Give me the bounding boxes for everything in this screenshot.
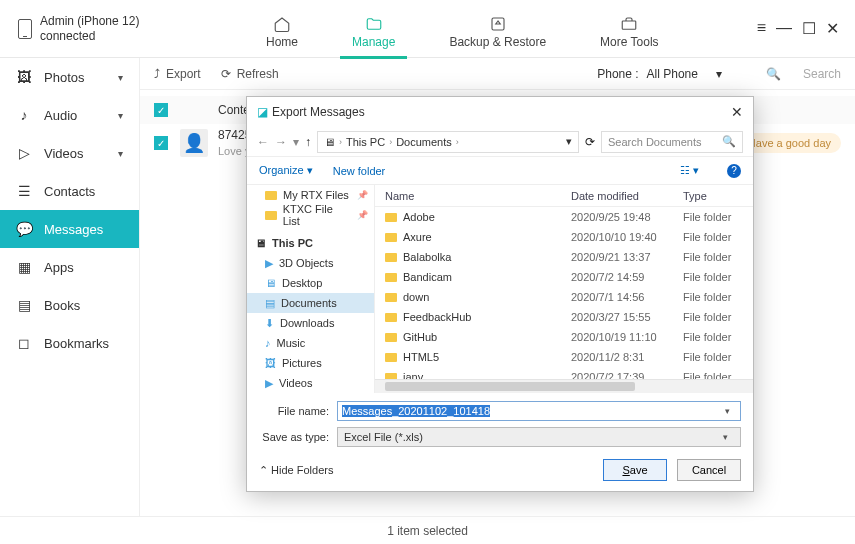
home-icon (271, 15, 293, 33)
sidebar-item-contacts[interactable]: ☰Contacts (0, 172, 139, 210)
file-row[interactable]: down2020/7/1 14:56File folder (375, 287, 753, 307)
file-name: HTML5 (403, 351, 571, 363)
file-row[interactable]: HTML52020/11/2 8:31File folder (375, 347, 753, 367)
maximize-button[interactable]: ☐ (802, 19, 816, 38)
breadcrumb[interactable]: 🖥 › This PC › Documents › ▾ (317, 131, 579, 153)
nav-back-button[interactable]: ← (257, 135, 269, 149)
nav-forward-button[interactable]: → (275, 135, 287, 149)
minimize-button[interactable]: — (776, 19, 792, 38)
tree-item-documents[interactable]: ▤Documents (247, 293, 374, 313)
file-date: 2020/10/19 11:10 (571, 331, 683, 343)
file-date: 2020/11/2 8:31 (571, 351, 683, 363)
bookmark-icon: ◻ (16, 335, 32, 351)
crumb-item[interactable]: This PC (346, 136, 385, 148)
phone-filter-select[interactable]: All Phone▾ (647, 67, 722, 81)
crumb-item[interactable]: Documents (396, 136, 452, 148)
file-row[interactable]: FeedbackHub2020/3/27 15:55File folder (375, 307, 753, 327)
messages-icon: 💬 (16, 221, 32, 237)
tab-manage[interactable]: Manage (346, 9, 401, 49)
file-row[interactable]: Bandicam2020/7/2 14:59File folder (375, 267, 753, 287)
file-type: File folder (683, 371, 753, 379)
sidebar-item-videos[interactable]: ▷Videos▾ (0, 134, 139, 172)
file-date: 2020/7/2 17:39 (571, 371, 683, 379)
sidebar-item-bookmarks[interactable]: ◻Bookmarks (0, 324, 139, 362)
tree-item[interactable]: 🖼Pictures (247, 353, 374, 373)
help-icon[interactable]: ? (727, 164, 741, 178)
new-folder-button[interactable]: New folder (333, 165, 386, 177)
chevron-right-icon: › (389, 137, 392, 147)
file-name: Axure (403, 231, 571, 243)
chevron-down-icon[interactable]: ▾ (718, 406, 736, 416)
sidebar-label: Contacts (44, 184, 95, 199)
file-date: 2020/10/10 19:40 (571, 231, 683, 243)
col-name[interactable]: Name (375, 190, 571, 202)
horizontal-scrollbar[interactable] (375, 379, 753, 393)
file-row[interactable]: iany2020/7/2 17:39File folder (375, 367, 753, 379)
file-row[interactable]: Axure2020/10/10 19:40File folder (375, 227, 753, 247)
dialog-search-input[interactable]: Search Documents 🔍 (601, 131, 743, 153)
savetype-select[interactable]: Excel File (*.xls)▾ (337, 427, 741, 447)
toolbox-icon (618, 15, 640, 33)
file-row[interactable]: Balabolka2020/9/21 13:37File folder (375, 247, 753, 267)
col-date[interactable]: Date modified (571, 190, 683, 202)
nav-up-button[interactable]: ↑ (305, 135, 311, 149)
refresh-icon[interactable]: ⟳ (585, 135, 595, 149)
nav-recent-button[interactable]: ▾ (293, 135, 299, 149)
videos-icon: ▷ (16, 145, 32, 161)
tree-item[interactable]: KTXC File List (247, 205, 374, 225)
organize-button[interactable]: Organize ▾ (259, 164, 313, 177)
file-list: Adobe2020/9/25 19:48File folderAxure2020… (375, 207, 753, 379)
tab-backup[interactable]: Backup & Restore (443, 9, 552, 49)
folder-icon (265, 211, 277, 220)
dialog-close-button[interactable]: ✕ (731, 104, 743, 120)
cancel-button[interactable]: Cancel (677, 459, 741, 481)
col-type[interactable]: Type (683, 190, 753, 202)
filename-label: File name: (259, 405, 329, 417)
chevron-down-icon[interactable]: ▾ (566, 135, 572, 148)
file-row[interactable]: Adobe2020/9/25 19:48File folder (375, 207, 753, 227)
export-button[interactable]: ⤴Export (154, 67, 201, 81)
desktop-icon: 🖥 (265, 277, 276, 289)
file-row[interactable]: GitHub2020/10/19 11:10File folder (375, 327, 753, 347)
file-type: File folder (683, 231, 753, 243)
sidebar-item-messages[interactable]: 💬Messages (0, 210, 139, 248)
tree-this-pc[interactable]: 🖥This PC (247, 233, 374, 253)
search-icon[interactable]: 🔍 (766, 67, 781, 81)
folder-icon: ▶ (265, 257, 273, 270)
sidebar-item-apps[interactable]: ▦Apps (0, 248, 139, 286)
sidebar-item-audio[interactable]: ♪Audio▾ (0, 96, 139, 134)
save-button[interactable]: Save (603, 459, 667, 481)
folder-icon (385, 333, 397, 342)
hide-folders-button[interactable]: ⌃ Hide Folders (259, 464, 333, 477)
row-checkbox[interactable]: ✓ (154, 136, 168, 150)
tree-item[interactable]: ▶Videos (247, 373, 374, 393)
file-type: File folder (683, 331, 753, 343)
filename-input[interactable]: Messages_20201102_101418▾ (337, 401, 741, 421)
tab-manage-label: Manage (352, 35, 395, 49)
search-placeholder[interactable]: Search (803, 67, 841, 81)
device-conn: connected (40, 29, 139, 43)
tab-tools-label: More Tools (600, 35, 658, 49)
sidebar-label: Messages (44, 222, 103, 237)
tree-item[interactable]: ⬇Downloads (247, 313, 374, 333)
device-status: Admin (iPhone 12) connected (0, 14, 200, 43)
refresh-button[interactable]: ⟳Refresh (221, 67, 279, 81)
folder-icon (265, 191, 277, 200)
tree-item[interactable]: My RTX Files (247, 185, 374, 205)
export-dialog: ◪ Export Messages ✕ ← → ▾ ↑ 🖥 › This PC … (246, 96, 754, 492)
documents-icon: ▤ (265, 297, 275, 310)
tab-home[interactable]: Home (260, 9, 304, 49)
pictures-icon: 🖼 (265, 357, 276, 369)
tree-item[interactable]: 🖥Desktop (247, 273, 374, 293)
select-all-checkbox[interactable]: ✓ (154, 103, 168, 117)
tree-item[interactable]: ▶3D Objects (247, 253, 374, 273)
sidebar-item-photos[interactable]: 🖼Photos▾ (0, 58, 139, 96)
sidebar-item-books[interactable]: ▤Books (0, 286, 139, 324)
tab-tools[interactable]: More Tools (594, 9, 664, 49)
sidebar-label: Photos (44, 70, 84, 85)
view-options-button[interactable]: ☷ ▾ (680, 164, 699, 177)
close-button[interactable]: ✕ (826, 19, 839, 38)
tree-item[interactable]: ♪Music (247, 333, 374, 353)
menu-icon[interactable]: ≡ (757, 19, 766, 38)
status-bar: 1 item selected (0, 516, 855, 544)
